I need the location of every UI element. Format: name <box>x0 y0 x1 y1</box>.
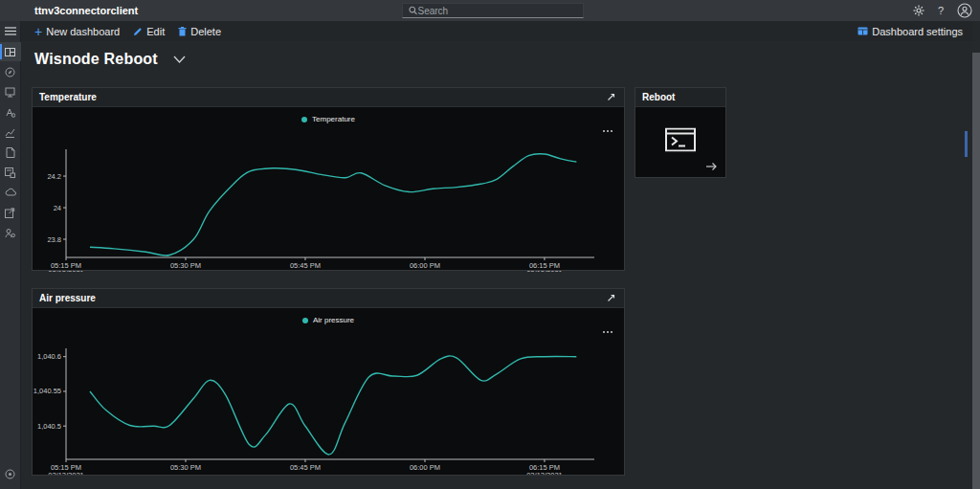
svg-text:1,040.6: 1,040.6 <box>37 352 61 361</box>
svg-text:24.2: 24.2 <box>47 172 61 181</box>
svg-text:24: 24 <box>54 204 61 212</box>
dashboard-settings-icon <box>858 27 868 35</box>
chart-legend[interactable]: Air pressure <box>33 316 624 324</box>
temperature-chart[interactable]: 23.82424.205:15 PM03/13/202105:30 PM05:4… <box>33 107 624 272</box>
delete-button[interactable]: Delete <box>178 26 221 37</box>
svg-text:05:45 PM: 05:45 PM <box>290 463 321 472</box>
page-title-row: Wisnode Reboot <box>34 50 188 68</box>
hamburger-menu-icon <box>5 27 16 35</box>
hamburger-menu-button[interactable] <box>0 21 21 41</box>
settings-button[interactable] <box>913 5 924 16</box>
plus-icon: + <box>34 27 42 36</box>
svg-text:06:00 PM: 06:00 PM <box>410 261 440 270</box>
more-options-icon <box>603 331 605 333</box>
chevron-down-icon <box>173 56 186 63</box>
chart-legend[interactable]: Temperature <box>33 115 624 123</box>
sidebar-item-help[interactable] <box>0 464 21 483</box>
account-button[interactable] <box>957 3 972 18</box>
sidebar-item-jobs[interactable] <box>0 143 21 162</box>
svg-text:03/13/2021: 03/13/2021 <box>48 269 84 272</box>
tile-reboot-body <box>635 107 725 177</box>
command-prompt-icon <box>665 127 696 151</box>
sidebar-item-data-export[interactable] <box>0 203 21 222</box>
hidden-flyout-edge[interactable] <box>965 131 968 157</box>
more-options-button[interactable] <box>601 128 614 134</box>
svg-text:23.8: 23.8 <box>47 235 61 244</box>
expand-icon <box>606 92 616 102</box>
pencil-icon <box>133 27 143 36</box>
help-button[interactable]: ? <box>938 5 944 16</box>
sidebar-item-administration[interactable] <box>0 223 21 242</box>
jobs-icon <box>6 147 15 158</box>
tile-title: Air pressure <box>39 293 96 303</box>
expand-tile-button[interactable] <box>605 292 617 304</box>
more-options-icon <box>603 130 605 132</box>
svg-text:03/13/2021: 03/13/2021 <box>526 269 563 272</box>
svg-text:1,040.5: 1,040.5 <box>37 422 61 431</box>
app-title: ttnv3connectorclient <box>34 5 138 16</box>
legend-dot-icon <box>301 117 307 122</box>
tile-reboot-header: Reboot <box>635 88 725 107</box>
sidebar-item-analytics[interactable] <box>0 122 21 142</box>
tile-air-pressure: Air pressure 1,040.51,040.551,040.605:15… <box>32 288 625 476</box>
sidebar-item-device-templates[interactable] <box>0 163 21 182</box>
app-window: ttnv3connectorclient ? <box>0 0 980 489</box>
svg-text:03/13/2021: 03/13/2021 <box>48 471 84 475</box>
tile-reboot: Reboot <box>635 87 726 178</box>
svg-text:05:30 PM: 05:30 PM <box>170 463 201 472</box>
tile-temperature: Temperature 23.82424.205:15 PM03/13/2021… <box>32 87 625 271</box>
dashboard-picker-button[interactable] <box>171 50 188 68</box>
topbar-actions: ? <box>913 0 972 21</box>
administration-icon <box>5 228 15 238</box>
expand-tile-button[interactable] <box>605 91 617 103</box>
tile-title: Reboot <box>642 92 675 102</box>
overview-icon <box>5 67 15 78</box>
more-options-button[interactable] <box>601 329 614 335</box>
air-pressure-chart[interactable]: 1,040.51,040.551,040.605:15 PM03/13/2021… <box>33 308 624 475</box>
svg-text:1,040.55: 1,040.55 <box>33 387 61 395</box>
help-icon: ? <box>938 5 944 16</box>
device-templates-icon <box>5 167 15 178</box>
sidebar-item-dashboard[interactable] <box>0 42 21 61</box>
sidebar-item-rules[interactable] <box>0 183 21 202</box>
svg-text:03/13/2021: 03/13/2021 <box>526 471 563 475</box>
device-groups-icon <box>5 107 15 118</box>
rules-icon <box>5 188 16 197</box>
run-command-button[interactable] <box>705 162 718 171</box>
svg-text:05:30 PM: 05:30 PM <box>170 261 201 270</box>
tile-air-pressure-header: Air pressure <box>33 289 624 308</box>
help-circle-icon <box>5 469 15 479</box>
gear-icon <box>913 5 924 16</box>
dashboard-toolbar: + New dashboard Edit Delete Dashboard se… <box>21 21 972 41</box>
tile-temperature-body: 23.82424.205:15 PM03/13/202105:30 PM05:4… <box>33 107 624 272</box>
expand-icon <box>606 293 616 303</box>
tile-air-pressure-body: 1,040.51,040.551,040.605:15 PM03/13/2021… <box>33 308 624 475</box>
page-title: Wisnode Reboot <box>34 51 158 68</box>
analytics-icon <box>5 127 15 138</box>
sidebar-item-devices[interactable] <box>0 82 21 101</box>
svg-text:05:45 PM: 05:45 PM <box>290 261 321 270</box>
account-icon <box>957 3 972 18</box>
trash-icon <box>178 27 187 36</box>
new-dashboard-button[interactable]: + New dashboard <box>34 26 120 37</box>
scrollbar-thumb[interactable] <box>972 53 980 489</box>
data-export-icon <box>5 208 15 218</box>
edit-button[interactable]: Edit <box>133 26 165 37</box>
search-input[interactable] <box>417 6 577 16</box>
dashboard-settings-button[interactable]: Dashboard settings <box>858 26 963 37</box>
tile-temperature-header: Temperature <box>33 88 624 107</box>
dashboard-icon <box>5 47 15 57</box>
devices-icon <box>5 87 15 98</box>
arrow-right-icon <box>705 162 718 171</box>
top-bar: ttnv3connectorclient ? <box>0 0 980 21</box>
left-nav <box>0 21 21 489</box>
vertical-scrollbar[interactable] <box>972 41 980 489</box>
svg-text:06:00 PM: 06:00 PM <box>410 463 440 472</box>
search-box[interactable] <box>402 3 584 18</box>
legend-dot-icon <box>302 318 308 323</box>
tile-title: Temperature <box>39 92 97 102</box>
search-icon <box>409 6 417 15</box>
sidebar-item-device-groups[interactable] <box>0 102 21 122</box>
sidebar-item-overview[interactable] <box>0 62 21 81</box>
